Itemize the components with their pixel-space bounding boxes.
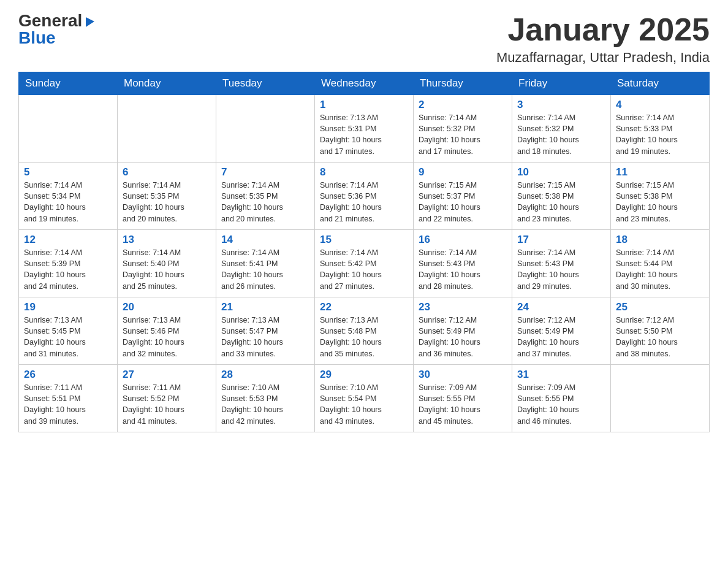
day-info: Sunrise: 7:13 AM Sunset: 5:45 PM Dayligh… [24, 315, 112, 359]
logo-blue: Blue [18, 29, 56, 47]
calendar-day-23: 23Sunrise: 7:12 AM Sunset: 5:49 PM Dayli… [414, 297, 512, 365]
day-info: Sunrise: 7:10 AM Sunset: 5:54 PM Dayligh… [320, 382, 408, 427]
day-info: Sunrise: 7:10 AM Sunset: 5:53 PM Dayligh… [221, 382, 309, 427]
day-info: Sunrise: 7:14 AM Sunset: 5:41 PM Dayligh… [221, 247, 309, 292]
day-info: Sunrise: 7:14 AM Sunset: 5:43 PM Dayligh… [419, 247, 507, 292]
weekday-header-thursday: Thursday [414, 72, 512, 95]
svg-marker-0 [86, 17, 94, 27]
calendar-day-10: 10Sunrise: 7:15 AM Sunset: 5:38 PM Dayli… [512, 163, 611, 230]
weekday-header-sunday: Sunday [19, 72, 118, 95]
calendar-day-20: 20Sunrise: 7:13 AM Sunset: 5:46 PM Dayli… [118, 297, 216, 365]
day-number: 3 [517, 99, 605, 111]
day-number: 1 [320, 99, 408, 111]
weekday-header-friday: Friday [512, 72, 611, 95]
day-info: Sunrise: 7:15 AM Sunset: 5:38 PM Dayligh… [517, 180, 605, 224]
logo: General Blue [18, 12, 97, 47]
day-number: 18 [616, 234, 704, 246]
day-info: Sunrise: 7:14 AM Sunset: 5:35 PM Dayligh… [123, 180, 211, 224]
day-number: 5 [24, 166, 112, 178]
day-info: Sunrise: 7:14 AM Sunset: 5:34 PM Dayligh… [24, 180, 112, 224]
day-info: Sunrise: 7:14 AM Sunset: 5:44 PM Dayligh… [616, 247, 704, 292]
calendar-week-row: 1Sunrise: 7:13 AM Sunset: 5:31 PM Daylig… [19, 95, 710, 163]
day-number: 22 [320, 301, 408, 313]
day-number: 31 [517, 369, 605, 381]
calendar-table: SundayMondayTuesdayWednesdayThursdayFrid… [18, 72, 710, 432]
calendar-day-8: 8Sunrise: 7:14 AM Sunset: 5:36 PM Daylig… [315, 163, 414, 230]
calendar-day-7: 7Sunrise: 7:14 AM Sunset: 5:35 PM Daylig… [216, 163, 315, 230]
day-info: Sunrise: 7:14 AM Sunset: 5:40 PM Dayligh… [123, 247, 211, 292]
day-number: 27 [123, 369, 211, 381]
logo-arrow-icon [83, 15, 97, 28]
day-info: Sunrise: 7:11 AM Sunset: 5:51 PM Dayligh… [24, 382, 112, 427]
calendar-subtitle: Muzaffarnagar, Uttar Pradesh, India [496, 50, 710, 66]
day-number: 21 [221, 301, 309, 313]
day-info: Sunrise: 7:14 AM Sunset: 5:33 PM Dayligh… [616, 112, 704, 157]
day-number: 29 [320, 369, 408, 381]
calendar-day-31: 31Sunrise: 7:09 AM Sunset: 5:55 PM Dayli… [512, 365, 611, 432]
calendar-week-row: 19Sunrise: 7:13 AM Sunset: 5:45 PM Dayli… [19, 297, 710, 365]
calendar-day-4: 4Sunrise: 7:14 AM Sunset: 5:33 PM Daylig… [611, 95, 710, 163]
day-info: Sunrise: 7:14 AM Sunset: 5:32 PM Dayligh… [419, 112, 507, 157]
day-info: Sunrise: 7:15 AM Sunset: 5:37 PM Dayligh… [419, 180, 507, 224]
calendar-day-30: 30Sunrise: 7:09 AM Sunset: 5:55 PM Dayli… [414, 365, 512, 432]
day-info: Sunrise: 7:13 AM Sunset: 5:46 PM Dayligh… [123, 315, 211, 359]
day-number: 17 [517, 234, 605, 246]
day-number: 23 [419, 301, 507, 313]
day-number: 19 [24, 301, 112, 313]
day-number: 16 [419, 234, 507, 246]
weekday-header-saturday: Saturday [611, 72, 710, 95]
calendar-week-row: 5Sunrise: 7:14 AM Sunset: 5:34 PM Daylig… [19, 163, 710, 230]
calendar-day-11: 11Sunrise: 7:15 AM Sunset: 5:38 PM Dayli… [611, 163, 710, 230]
day-info: Sunrise: 7:09 AM Sunset: 5:55 PM Dayligh… [517, 382, 605, 427]
calendar-day-29: 29Sunrise: 7:10 AM Sunset: 5:54 PM Dayli… [315, 365, 414, 432]
calendar-day-1: 1Sunrise: 7:13 AM Sunset: 5:31 PM Daylig… [315, 95, 414, 163]
day-info: Sunrise: 7:13 AM Sunset: 5:31 PM Dayligh… [320, 112, 408, 157]
calendar-empty-cell [19, 95, 118, 163]
calendar-day-26: 26Sunrise: 7:11 AM Sunset: 5:51 PM Dayli… [19, 365, 118, 432]
calendar-day-6: 6Sunrise: 7:14 AM Sunset: 5:35 PM Daylig… [118, 163, 216, 230]
day-info: Sunrise: 7:14 AM Sunset: 5:35 PM Dayligh… [221, 180, 309, 224]
calendar-day-15: 15Sunrise: 7:14 AM Sunset: 5:42 PM Dayli… [315, 230, 414, 297]
calendar-day-17: 17Sunrise: 7:14 AM Sunset: 5:43 PM Dayli… [512, 230, 611, 297]
calendar-week-row: 26Sunrise: 7:11 AM Sunset: 5:51 PM Dayli… [19, 365, 710, 432]
calendar-day-18: 18Sunrise: 7:14 AM Sunset: 5:44 PM Dayli… [611, 230, 710, 297]
calendar-day-19: 19Sunrise: 7:13 AM Sunset: 5:45 PM Dayli… [19, 297, 118, 365]
page-header: General Blue January 2025 Muzaffarnagar,… [18, 12, 710, 66]
day-number: 12 [24, 234, 112, 246]
calendar-day-14: 14Sunrise: 7:14 AM Sunset: 5:41 PM Dayli… [216, 230, 315, 297]
calendar-day-16: 16Sunrise: 7:14 AM Sunset: 5:43 PM Dayli… [414, 230, 512, 297]
calendar-empty-cell [118, 95, 216, 163]
day-number: 10 [517, 166, 605, 178]
calendar-week-row: 12Sunrise: 7:14 AM Sunset: 5:39 PM Dayli… [19, 230, 710, 297]
calendar-day-25: 25Sunrise: 7:12 AM Sunset: 5:50 PM Dayli… [611, 297, 710, 365]
day-number: 9 [419, 166, 507, 178]
day-number: 25 [616, 301, 704, 313]
day-info: Sunrise: 7:13 AM Sunset: 5:47 PM Dayligh… [221, 315, 309, 359]
day-info: Sunrise: 7:14 AM Sunset: 5:42 PM Dayligh… [320, 247, 408, 292]
day-number: 26 [24, 369, 112, 381]
day-number: 20 [123, 301, 211, 313]
logo-general: General [18, 12, 82, 29]
day-info: Sunrise: 7:13 AM Sunset: 5:48 PM Dayligh… [320, 315, 408, 359]
day-number: 28 [221, 369, 309, 381]
day-info: Sunrise: 7:14 AM Sunset: 5:36 PM Dayligh… [320, 180, 408, 224]
day-number: 14 [221, 234, 309, 246]
day-number: 6 [123, 166, 211, 178]
calendar-title: January 2025 [496, 12, 710, 47]
weekday-header-tuesday: Tuesday [216, 72, 315, 95]
calendar-day-27: 27Sunrise: 7:11 AM Sunset: 5:52 PM Dayli… [118, 365, 216, 432]
day-number: 7 [221, 166, 309, 178]
day-number: 30 [419, 369, 507, 381]
calendar-day-13: 13Sunrise: 7:14 AM Sunset: 5:40 PM Dayli… [118, 230, 216, 297]
day-number: 24 [517, 301, 605, 313]
day-number: 8 [320, 166, 408, 178]
day-number: 13 [123, 234, 211, 246]
weekday-header-monday: Monday [118, 72, 216, 95]
weekday-header-row: SundayMondayTuesdayWednesdayThursdayFrid… [19, 72, 710, 95]
day-number: 11 [616, 166, 704, 178]
day-info: Sunrise: 7:12 AM Sunset: 5:50 PM Dayligh… [616, 315, 704, 359]
day-info: Sunrise: 7:12 AM Sunset: 5:49 PM Dayligh… [419, 315, 507, 359]
day-number: 4 [616, 99, 704, 111]
calendar-day-22: 22Sunrise: 7:13 AM Sunset: 5:48 PM Dayli… [315, 297, 414, 365]
weekday-header-wednesday: Wednesday [315, 72, 414, 95]
